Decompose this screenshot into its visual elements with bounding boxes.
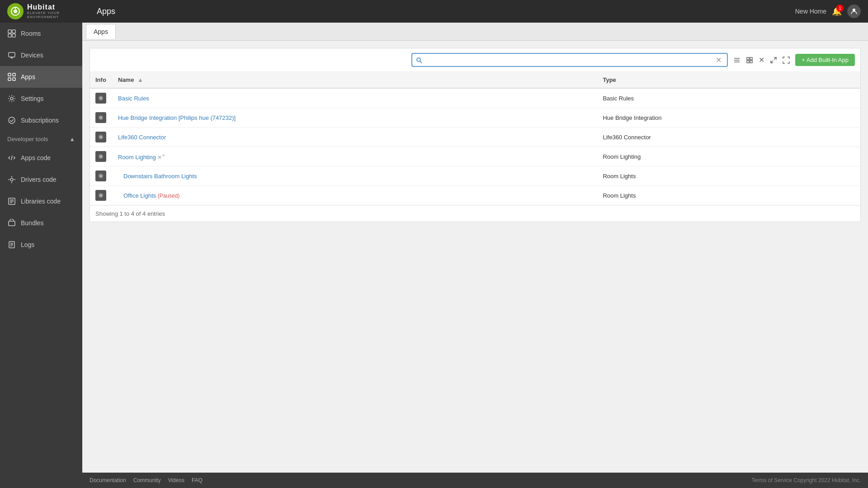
svg-point-39 [100,97,102,99]
search-clear-button[interactable]: ✕ [714,56,723,64]
footer-link-documentation[interactable]: Documentation [90,477,126,483]
row-name-link[interactable]: Room Lighting ✕× [118,154,165,161]
table-row: Downstairs Bathroom Lights Room Lights [90,166,860,186]
developer-tools-chevron: ▲ [69,136,75,142]
logo-title: Hubitat [27,3,90,11]
sidebar-item-apps[interactable]: Apps [0,66,82,88]
fullscreen-button[interactable] [781,55,792,65]
child-info-cell [90,166,113,186]
svg-point-28 [417,58,420,62]
col-type: Type [597,72,860,88]
svg-point-18 [10,178,13,181]
developer-tools-section[interactable]: Developer tools ▲ [0,131,82,147]
sidebar-item-settings[interactable]: Settings [0,88,82,109]
svg-point-44 [100,194,102,196]
svg-rect-6 [8,34,11,37]
svg-point-40 [100,117,102,118]
logo-area: Hubitat ELEVATE YOUR ENVIRONMENT [7,3,90,19]
child-name-link[interactable]: Office Lights [123,192,156,199]
row-type-cell: Room Lighting [597,147,860,166]
child-name-link[interactable]: Downstairs Bathroom Lights [123,173,197,180]
footer-link-videos[interactable]: Videos [168,477,184,483]
child-name-cell: Downstairs Bathroom Lights [113,166,597,186]
apps-code-icon [7,153,16,162]
search-input[interactable] [425,57,714,64]
libraries-code-icon [7,197,16,206]
sidebar-item-subscriptions[interactable]: Subscriptions [0,109,82,131]
sidebar-item-apps-code[interactable]: Apps code [0,147,82,169]
svg-rect-4 [8,30,11,33]
sidebar-label-drivers-code: Drivers code [21,176,57,183]
row-name-cell: Room Lighting ✕× [113,147,597,166]
breadcrumb-bar: Apps [82,23,868,41]
row-name-cell: Hue Bridge Integration [Philips hue (747… [113,108,597,128]
paused-badge: (Paused) [158,193,180,199]
sidebar-item-drivers-code[interactable]: Drivers code [0,169,82,190]
svg-rect-23 [9,221,15,226]
row-type-cell: Life360 Connector [597,128,860,147]
notification-badge: 1 [836,5,844,12]
col-name[interactable]: Name ▲ [113,72,597,88]
row-name-link[interactable]: Hue Bridge Integration [Philips hue (747… [118,114,236,121]
row-gear-button[interactable] [95,112,106,123]
breadcrumb-tab-apps[interactable]: Apps [86,24,116,39]
footer-link-faq[interactable]: FAQ [192,477,203,483]
sidebar-item-rooms[interactable]: Rooms [0,23,82,44]
developer-tools-label: Developer tools [7,136,48,142]
user-menu-button[interactable] [847,5,861,18]
svg-point-41 [100,136,102,138]
svg-rect-13 [8,78,11,81]
row-gear-button[interactable] [95,93,106,104]
header-left: Hubitat ELEVATE YOUR ENVIRONMENT Apps [7,3,115,19]
row-gear-button[interactable] [95,132,106,142]
expand-button[interactable] [768,55,779,65]
sidebar-label-apps: Apps [21,73,35,81]
sidebar-label-subscriptions: Subscriptions [21,117,59,124]
row-name-link[interactable]: Life360 Connector [118,134,166,141]
sidebar-item-libraries-code[interactable]: Libraries code [0,190,82,212]
sidebar-item-logs[interactable]: Logs [0,234,82,256]
developer-tools-items: Apps code Drivers code [0,147,82,256]
logo-subtitle: ELEVATE YOUR ENVIRONMENT [27,11,90,19]
footer-copyright: Terms of Service Copyright 2022 Hubitat,… [752,477,861,483]
child-gear-button[interactable] [95,171,106,181]
svg-rect-35 [747,61,749,63]
sidebar-label-logs: Logs [21,241,34,248]
grid-view-button[interactable] [744,55,755,65]
table-toolbar: ✕ [90,48,860,72]
svg-rect-36 [750,61,752,63]
row-type-cell: Basic Rules [597,88,860,108]
apps-icon [7,72,16,81]
search-wrapper: ✕ [411,53,728,67]
table-row: Basic Rules Basic Rules [90,88,860,108]
svg-point-3 [853,9,855,11]
add-builtin-app-button[interactable]: + Add Built-In App [795,54,855,66]
sidebar-item-bundles[interactable]: Bundles [0,212,82,234]
logs-icon [7,240,16,249]
close-filter-button[interactable]: ✕ [757,55,766,65]
svg-point-15 [10,97,13,100]
notification-button[interactable]: 🔔 1 [832,6,842,16]
bundles-icon [7,218,16,227]
list-view-button[interactable] [731,55,742,65]
search-icon [416,56,422,64]
settings-icon [7,94,16,103]
row-name-cell: Basic Rules [113,88,597,108]
row-gear-button[interactable] [95,151,106,162]
child-gear-button[interactable] [95,190,106,201]
sidebar-label-libraries-code: Libraries code [21,198,61,205]
logo-icon [7,3,24,19]
sidebar-item-devices[interactable]: Devices [0,44,82,66]
svg-line-17 [11,156,12,160]
footer-link-community[interactable]: Community [133,477,161,483]
content-area: Apps ✕ [82,23,868,488]
footer: Documentation Community Videos FAQ Terms… [82,473,868,488]
sidebar: Rooms Devices Apps [0,23,82,488]
child-info-cell [90,186,113,205]
devices-icon [7,51,16,60]
svg-line-29 [420,62,422,63]
sidebar-label-apps-code: Apps code [21,154,51,161]
main-layout: Rooms Devices Apps [0,23,868,488]
row-info-cell [90,128,113,147]
row-name-link[interactable]: Basic Rules [118,95,149,102]
